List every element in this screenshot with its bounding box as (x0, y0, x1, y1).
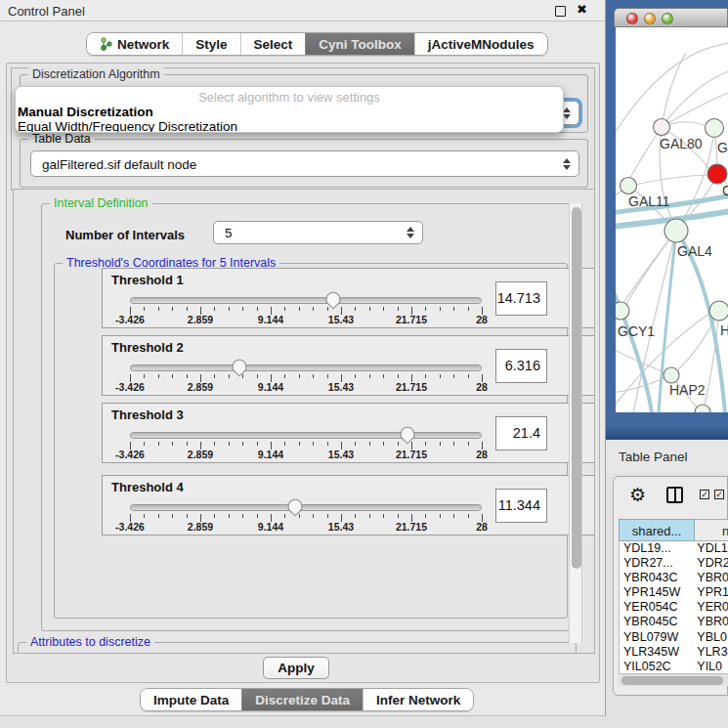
tab-network[interactable]: Network (87, 33, 182, 55)
network-node[interactable] (706, 119, 724, 138)
table-row[interactable]: YBR045CYBR0 (620, 615, 728, 629)
threshold-value-field[interactable]: 11.344 (495, 489, 547, 523)
cell-name: YPR1 (694, 585, 728, 600)
numerical-attributes-label: Numerical Attributes (32, 652, 156, 654)
network-node-label: GAL11 (628, 193, 670, 209)
algorithm-hint-option[interactable]: Select algorithm to view settings (16, 90, 563, 105)
attributes-group-label: Attributes to discretize (26, 635, 154, 649)
table-row[interactable]: YER054CYER0 (620, 600, 728, 615)
network-node[interactable] (664, 219, 688, 242)
network-node[interactable] (709, 301, 728, 321)
float-window-icon[interactable] (555, 6, 566, 17)
threshold-label: Threshold 3 (111, 407, 184, 422)
apply-button[interactable]: Apply (263, 657, 329, 679)
tab-cyni-toolbox[interactable]: Cyni Toolbox (305, 33, 414, 55)
number-of-intervals-combobox[interactable]: 5 (213, 221, 423, 244)
network-node[interactable] (654, 119, 670, 136)
algorithm-option-manual[interactable]: Manual Discretization (18, 105, 153, 119)
tab-select[interactable]: Select (240, 33, 306, 55)
tick-label: -3.426 (115, 381, 145, 393)
cell-shared-name: YDL19... (620, 541, 694, 556)
panel-scrollbar-thumb[interactable] (572, 207, 581, 569)
table-row[interactable]: YPR145WYPR1 (620, 585, 728, 600)
network-desktop: GAL80GACGAL11GAL4GCY1HHAP2 (606, 0, 728, 440)
threshold-value-field[interactable]: 6.316 (495, 349, 547, 383)
tab-label: Style (195, 37, 227, 52)
cell-shared-name: YER054C (620, 600, 694, 615)
threshold-panel: Threshold 2 -3.4262.8599.14415.4321.7152… (102, 335, 595, 396)
network-window-titlebar[interactable] (614, 8, 728, 27)
threshold-value-field[interactable]: 21.4 (495, 416, 547, 450)
table-row[interactable]: YDL19...YDL1 (620, 541, 728, 556)
table-data-combobox[interactable]: galFiltered.sif default node (30, 150, 579, 177)
network-canvas[interactable]: GAL80GACGAL11GAL4GCY1HHAP2 (616, 27, 728, 412)
slider-track[interactable] (130, 364, 482, 371)
checkbox-icon[interactable]: ✓ (700, 490, 709, 499)
tick-label: 28 (476, 449, 488, 460)
network-node[interactable] (621, 178, 637, 194)
threshold-panel: Threshold 1 -3.4262.8599.14415.4321.7152… (102, 268, 595, 328)
tick-label: 2.859 (188, 314, 213, 325)
tick-label: 21.715 (396, 449, 427, 460)
cell-name: YDL1 (694, 541, 728, 556)
slider-track[interactable] (130, 432, 482, 439)
table-hscrollbar[interactable] (619, 673, 728, 686)
cell-shared-name: YLR345W (620, 645, 694, 660)
table-row[interactable]: YDR27...YDR2 (620, 556, 728, 571)
column-view-icon[interactable] (666, 487, 683, 503)
mac-minimize-button[interactable] (644, 13, 656, 24)
mac-zoom-button[interactable] (662, 13, 673, 24)
table-row[interactable]: YIL052CYIL0 (620, 660, 728, 673)
tab-impute-data[interactable]: Impute Data (141, 689, 241, 710)
network-node[interactable] (707, 164, 727, 184)
threshold-value-field[interactable]: 14.713 (495, 281, 547, 316)
tab-discretize-data[interactable]: Discretize Data (241, 689, 363, 710)
tick-label: 21.715 (396, 314, 427, 325)
panel-scrollbar[interactable] (569, 203, 582, 643)
close-icon[interactable]: ✖ (577, 2, 587, 17)
table-panel-toolbar: ⚙ ✓ ✓ (614, 483, 727, 510)
slider-track[interactable] (130, 297, 482, 304)
network-node-label: GAL80 (660, 136, 703, 151)
column-header-shared-name[interactable]: shared... (619, 519, 695, 541)
network-view-window: GAL80GACGAL11GAL4GCY1HHAP2 (614, 8, 728, 412)
tab-label: jActiveMNodules (428, 37, 535, 52)
network-node[interactable] (616, 302, 629, 320)
tick-label: 9.144 (258, 521, 283, 533)
cell-shared-name: YIL052C (620, 660, 694, 673)
mac-close-button[interactable] (626, 13, 638, 24)
network-node[interactable] (695, 405, 710, 412)
settings-scroll-panel: Interval Definition Number of Intervals … (13, 189, 595, 654)
column-header-name[interactable]: n (695, 519, 728, 541)
control-panel: Control Panel ✖ NetworkStyleSelectCyni T… (0, 0, 606, 716)
slider-track[interactable] (130, 504, 482, 511)
tick-label: 9.144 (258, 449, 283, 460)
table-hscrollbar-thumb[interactable] (621, 676, 723, 685)
tick-label: 9.144 (258, 381, 283, 393)
tick-label: -3.426 (115, 449, 145, 460)
network-node-label: H (720, 322, 728, 338)
threshold-panel: Threshold 4 -3.4262.8599.14415.4321.7152… (102, 475, 595, 535)
cell-name: YBR0 (694, 571, 728, 585)
threshold-label: Threshold 4 (111, 480, 184, 494)
tab-infer-network[interactable]: Infer Network (363, 689, 473, 710)
table-data-label: Table Data (28, 132, 95, 146)
table-row[interactable]: YBL079WYBL0 (620, 630, 728, 645)
tick-label: 15.43 (328, 449, 354, 460)
table-row[interactable]: YBR043CYBR0 (620, 571, 728, 585)
tab-style[interactable]: Style (182, 33, 239, 55)
network-node[interactable] (664, 367, 679, 383)
algorithm-option-equal-width[interactable]: Equal Width/Frequency Discretization (18, 119, 237, 133)
tick-label: 28 (476, 521, 488, 533)
tick-label: 9.144 (258, 314, 283, 325)
gear-icon[interactable]: ⚙ (629, 484, 646, 506)
checkbox-icon[interactable]: ✓ (714, 490, 724, 499)
table-data-value: galFiltered.sif default node (42, 156, 196, 171)
table-row[interactable]: YLR345WYLR3 (620, 645, 728, 660)
tab-jactivemnodules[interactable]: jActiveMNodules (414, 33, 547, 55)
cell-shared-name: YPR145W (620, 585, 694, 600)
number-of-intervals-value: 5 (225, 226, 233, 240)
cell-shared-name: YBL079W (620, 630, 694, 645)
threshold-label: Threshold 2 (111, 340, 184, 355)
network-icon (100, 37, 112, 51)
